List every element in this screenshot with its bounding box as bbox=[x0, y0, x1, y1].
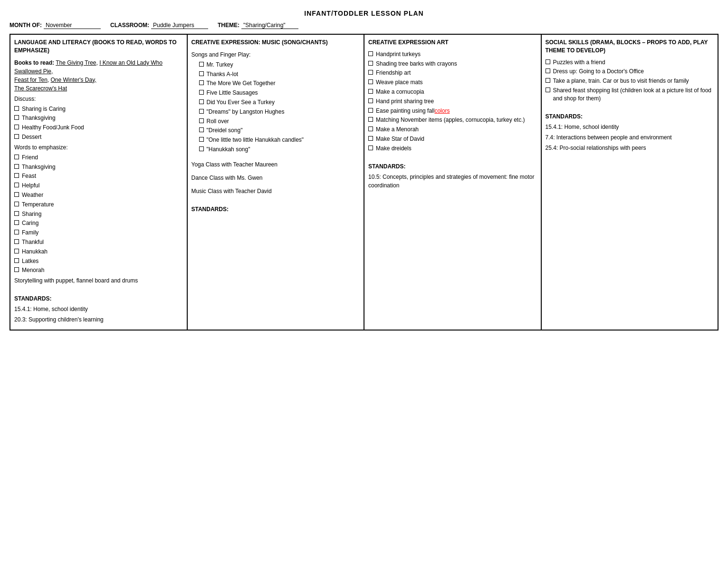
checkbox-icon bbox=[199, 146, 204, 151]
month-label: MONTH OF: bbox=[10, 22, 42, 29]
checkbox-icon bbox=[14, 155, 19, 159]
checkbox-icon bbox=[14, 220, 19, 225]
list-item: Hand print sharing tree bbox=[368, 97, 537, 106]
songs-label: Songs and Finger Play: bbox=[192, 50, 360, 59]
col2-header: CREATIVE EXPRESSION: MUSIC (SONG/CHANTS) bbox=[192, 39, 360, 47]
list-item: Menorah bbox=[14, 266, 183, 274]
col-music: CREATIVE EXPRESSION: MUSIC (SONG/CHANTS)… bbox=[187, 34, 364, 330]
checkbox-icon bbox=[14, 115, 19, 120]
lesson-plan-table: LANGUAGE AND LITERACY (BOOKS TO READ, WO… bbox=[10, 34, 718, 331]
checkbox-icon bbox=[546, 78, 550, 83]
list-item: Shading tree barks with crayons bbox=[368, 60, 537, 68]
checkbox-icon bbox=[14, 106, 19, 111]
standard-item: 7.4: Interactions between people and env… bbox=[546, 133, 714, 142]
standard-item: 15.4.1: Home, school identity bbox=[546, 123, 714, 131]
checkbox-icon bbox=[199, 137, 204, 142]
list-item: Feast bbox=[14, 172, 183, 180]
checkbox-icon bbox=[368, 61, 373, 66]
standards-label: STANDARDS: bbox=[14, 295, 51, 302]
checkbox-icon bbox=[14, 267, 19, 272]
list-item: Latkes bbox=[14, 257, 183, 265]
list-item: Handprint turkeys bbox=[368, 50, 537, 58]
theme-field: THEME: "Sharing/Caring" bbox=[218, 22, 298, 29]
list-item: Did You Ever See a Turkey bbox=[199, 98, 360, 107]
checkbox-icon bbox=[368, 98, 373, 103]
col-language-literacy: LANGUAGE AND LITERACY (BOOKS TO READ, WO… bbox=[10, 34, 187, 330]
standards-label: STANDARDS: bbox=[368, 163, 405, 170]
month-field: MONTH OF: November bbox=[10, 22, 101, 29]
checkbox-icon bbox=[368, 136, 373, 141]
list-item: Take a plane, train. Car or bus to visit… bbox=[546, 77, 714, 85]
month-value: November bbox=[44, 22, 101, 29]
list-item: Five Little Sausages bbox=[199, 89, 360, 97]
checkbox-icon bbox=[368, 126, 373, 131]
list-item: Roll over bbox=[199, 117, 360, 126]
list-item: Helpful bbox=[14, 182, 183, 190]
checkbox-icon bbox=[14, 125, 19, 129]
books-intro: Books to read: The Giving Tree, I Know a… bbox=[14, 58, 183, 93]
list-item: Hanukkah bbox=[14, 248, 183, 256]
list-item: Matching November items (apples, cornuco… bbox=[368, 116, 537, 124]
checkbox-icon bbox=[14, 249, 19, 253]
checkbox-icon bbox=[546, 88, 550, 92]
standard-item: 20.3: Supporting children's learning bbox=[14, 315, 183, 324]
list-item: "One little two little Hanukkah candles" bbox=[199, 136, 360, 144]
checkbox-icon bbox=[14, 134, 19, 139]
art-list: Handprint turkeys Shading tree barks wit… bbox=[368, 50, 537, 153]
list-item: Caring bbox=[14, 219, 183, 227]
checkbox-icon bbox=[14, 164, 19, 169]
col2-standards: STANDARDS: bbox=[192, 205, 360, 214]
standards-label: STANDARDS: bbox=[192, 206, 229, 213]
header-row: MONTH OF: November CLASSROOM: Puddle Jum… bbox=[10, 22, 718, 29]
discuss-list: Sharing is Caring Thanksgiving Healthy F… bbox=[14, 105, 183, 141]
checkbox-icon bbox=[546, 68, 550, 73]
col-social: SOCIAL SKILLS (DRAMA, BLOCKS – PROPS TO … bbox=[541, 34, 718, 330]
col3-header: CREATIVE EXPRESSION ART bbox=[368, 39, 537, 47]
checkbox-icon bbox=[199, 71, 204, 76]
list-item: Make dreidels bbox=[368, 145, 537, 153]
checkbox-icon bbox=[368, 51, 373, 56]
col1-standards: STANDARDS: 15.4.1: Home, school identity… bbox=[14, 294, 183, 324]
list-item: Friend bbox=[14, 154, 183, 162]
social-list: Puzzles with a friend Dress up: Going to… bbox=[546, 58, 714, 103]
classroom-label: CLASSROOM: bbox=[110, 22, 149, 29]
songs-list: Mr. Turkey Thanks A-lot The More We Get … bbox=[199, 61, 360, 154]
classroom-field: CLASSROOM: Puddle Jumpers bbox=[110, 22, 208, 29]
words-label: Words to emphasize: bbox=[14, 143, 183, 152]
checkbox-icon bbox=[199, 99, 204, 104]
dance-class: Dance Class with Ms. Gwen bbox=[192, 174, 360, 182]
list-item: Dessert bbox=[14, 133, 183, 141]
list-item: Thankful bbox=[14, 238, 183, 246]
list-item: Make a Menorah bbox=[368, 126, 537, 134]
checkbox-icon bbox=[14, 258, 19, 263]
discuss-label: Discuss: bbox=[14, 95, 183, 103]
list-item: Thanks A-lot bbox=[199, 70, 360, 78]
list-item: Weave place mats bbox=[368, 78, 537, 87]
standard-item: 10.5: Concepts, principles and strategie… bbox=[368, 173, 537, 190]
col4-standards: STANDARDS: 15.4.1: Home, school identity… bbox=[546, 112, 714, 152]
standard-item: 15.4.1: Home, school identity bbox=[14, 305, 183, 313]
col3-standards: STANDARDS: 10.5: Concepts, principles an… bbox=[368, 162, 537, 190]
list-item: "Hanukkah song" bbox=[199, 146, 360, 154]
standard-item: 25.4: Pro-social relationships with peer… bbox=[546, 144, 714, 152]
page-title: INFANT/TODDLER LESSON PLAN bbox=[10, 10, 718, 17]
words-list: Friend Thanksgiving Feast Helpful Weathe… bbox=[14, 154, 183, 274]
checkbox-icon bbox=[199, 127, 204, 132]
list-item: Mr. Turkey bbox=[199, 61, 360, 69]
list-item: Friendship art bbox=[368, 69, 537, 77]
list-item: Temperature bbox=[14, 201, 183, 209]
checkbox-icon bbox=[368, 70, 373, 75]
classroom-value: Puddle Jumpers bbox=[151, 22, 208, 29]
list-item: The More We Get Together bbox=[199, 79, 360, 88]
checkbox-icon bbox=[14, 183, 19, 187]
list-item: Make Star of David bbox=[368, 135, 537, 143]
list-item: Ease painting using fall colors bbox=[368, 107, 537, 115]
list-item: Shared feast shopping list (children loo… bbox=[546, 87, 714, 103]
checkbox-icon bbox=[14, 211, 19, 216]
list-item: Thanksgiving bbox=[14, 114, 183, 122]
checkbox-icon bbox=[14, 202, 19, 206]
col4-header: SOCIAL SKILLS (DRAMA, BLOCKS – PROPS TO … bbox=[546, 39, 714, 55]
list-item: Family bbox=[14, 229, 183, 237]
list-item: Healthy Food/Junk Food bbox=[14, 124, 183, 132]
list-item: Dress up: Going to a Doctor's Office bbox=[546, 68, 714, 76]
